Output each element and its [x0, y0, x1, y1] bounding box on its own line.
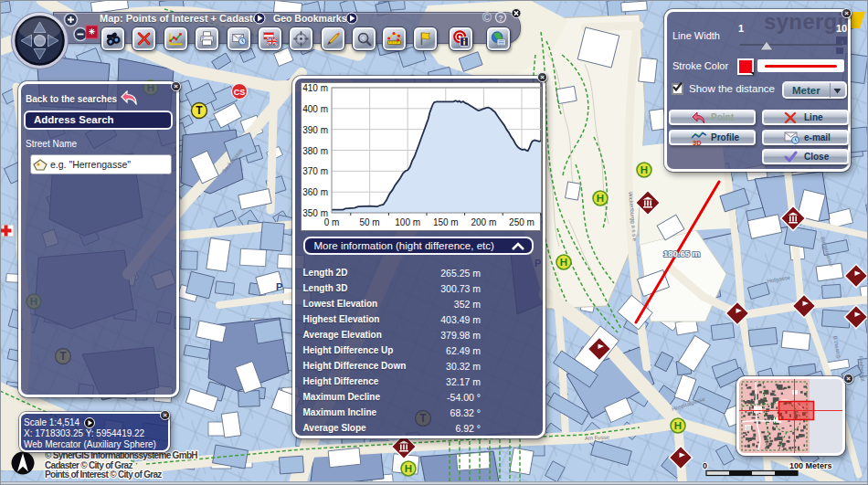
svg-text:0 m: 0 m	[323, 217, 339, 227]
svg-text:50 m: 50 m	[359, 217, 379, 227]
svg-text:100 Meters: 100 Meters	[789, 461, 832, 470]
svg-text:380 m: 380 m	[302, 146, 328, 156]
svg-text:250 m: 250 m	[509, 217, 535, 227]
svg-text:3D: 3D	[693, 139, 702, 146]
svg-text:400 m: 400 m	[302, 104, 328, 114]
svg-text:Points of Interest © City of G: Points of Interest © City of Graz	[45, 469, 162, 480]
svg-text:200 m: 200 m	[471, 217, 496, 227]
svg-text:150 m: 150 m	[432, 217, 458, 227]
svg-text:390 m: 390 m	[302, 125, 328, 135]
svg-text:180.65 m: 180.65 m	[663, 248, 700, 258]
svg-text:410 m: 410 m	[302, 83, 328, 93]
svg-text:CS: CS	[234, 88, 246, 97]
svg-text:0: 0	[703, 461, 707, 470]
svg-text:?: ?	[498, 14, 503, 23]
svg-text:360 m: 360 m	[302, 187, 328, 197]
svg-text:100 m: 100 m	[395, 217, 420, 227]
svg-text:370 m: 370 m	[302, 166, 328, 176]
svg-text:©: ©	[482, 10, 492, 25]
svg-text:P: P	[276, 281, 282, 292]
